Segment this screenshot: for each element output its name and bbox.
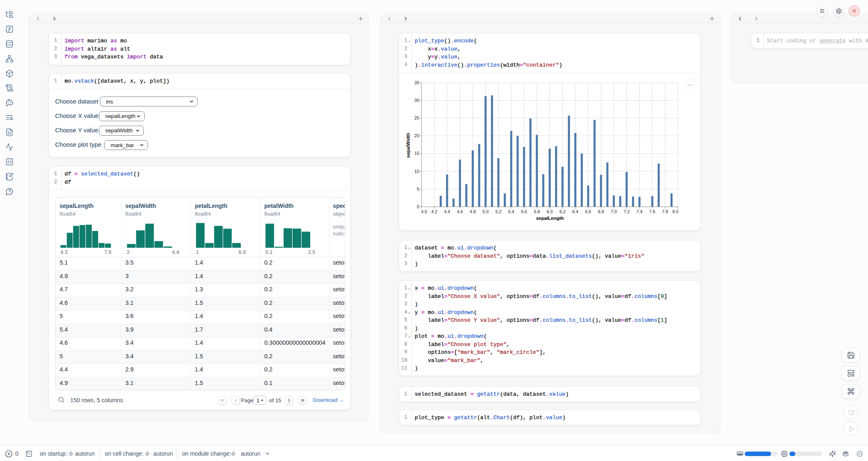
svg-text:6.2: 6.2 [559, 209, 566, 214]
svg-text:6.8: 6.8 [598, 209, 604, 214]
svg-text:6.0: 6.0 [547, 209, 553, 214]
svg-text:5.6: 5.6 [521, 209, 527, 214]
svg-text:25: 25 [414, 115, 419, 120]
svg-text:5.0: 5.0 [482, 209, 489, 214]
svg-text:20: 20 [414, 133, 419, 138]
svg-text:10: 10 [414, 169, 419, 174]
svg-text:4.8: 4.8 [470, 209, 476, 214]
svg-text:4.0: 4.0 [421, 209, 427, 214]
svg-text:0: 0 [417, 204, 419, 209]
svg-text:4.6: 4.6 [457, 209, 463, 214]
svg-text:7.2: 7.2 [623, 209, 630, 214]
svg-text:4.4: 4.4 [444, 209, 450, 214]
svg-text:30: 30 [414, 98, 419, 103]
svg-text:7.8: 7.8 [662, 209, 668, 214]
svg-text:35: 35 [414, 80, 419, 85]
svg-text:sepalLength: sepalLength [536, 216, 564, 221]
svg-text:6.6: 6.6 [585, 209, 591, 214]
svg-text:8.0: 8.0 [672, 209, 679, 214]
svg-text:5.4: 5.4 [508, 209, 515, 214]
svg-text:6.4: 6.4 [573, 209, 579, 214]
svg-text:7.4: 7.4 [637, 209, 643, 214]
svg-text:4.2: 4.2 [431, 209, 437, 214]
svg-text:5.8: 5.8 [534, 209, 540, 214]
svg-text:7.6: 7.6 [649, 209, 656, 214]
svg-text:5.2: 5.2 [495, 209, 501, 214]
svg-text:5: 5 [417, 187, 419, 191]
svg-text:15: 15 [414, 151, 419, 156]
svg-text:sepalWidth: sepalWidth [406, 133, 411, 158]
svg-text:7.0: 7.0 [611, 209, 617, 214]
